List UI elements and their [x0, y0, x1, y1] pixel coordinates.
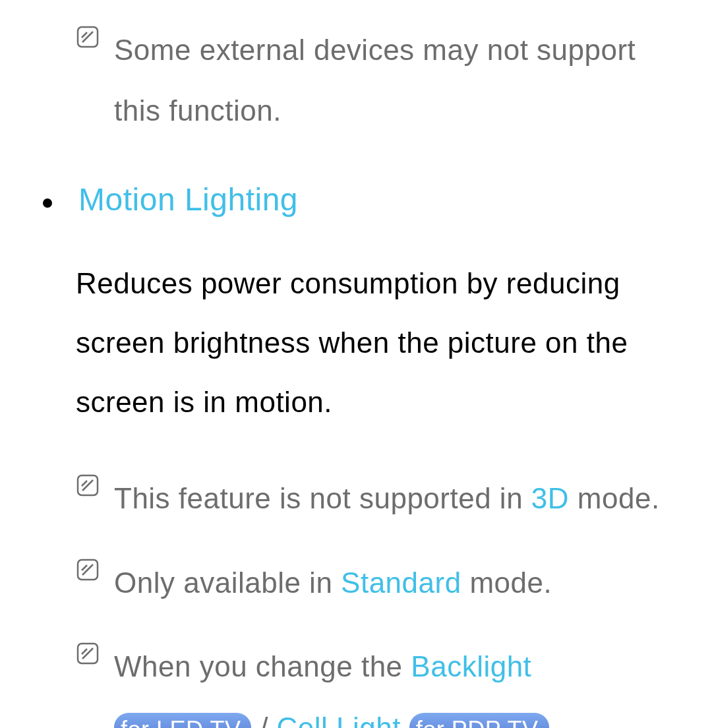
note-icon — [76, 558, 100, 582]
svg-line-2 — [82, 32, 87, 38]
note-icon — [76, 473, 100, 497]
svg-line-1 — [82, 32, 93, 42]
svg-line-7 — [82, 564, 93, 575]
note-row: This feature is not supported in 3D mode… — [76, 468, 672, 529]
highlight-standard: Standard — [341, 566, 461, 599]
highlight-3d: 3D — [531, 482, 569, 514]
note-icon — [76, 25, 100, 49]
trailing-comma: , — [549, 712, 558, 728]
highlight-cell-light: Cell Light — [277, 712, 401, 728]
svg-line-8 — [82, 565, 87, 570]
note-3d-text: This feature is not supported in 3D mode… — [114, 468, 660, 529]
svg-line-11 — [82, 649, 87, 654]
svg-line-10 — [82, 648, 93, 659]
highlight-backlight: Backlight — [411, 650, 531, 682]
badge-pdp-tv: for PDP TV — [409, 713, 549, 728]
badge-led-tv: for LED TV — [114, 713, 251, 728]
separator: / — [251, 712, 276, 728]
section-bullet: Motion Lighting — [43, 181, 672, 218]
svg-line-5 — [82, 481, 87, 486]
text-suffix: mode. — [461, 566, 552, 599]
text-prefix: When you change the — [114, 650, 411, 682]
section-body: Reduces power consumption by reducing sc… — [76, 254, 672, 433]
intro-note-text: Some external devices may not support th… — [114, 20, 672, 142]
note-row: Some external devices may not support th… — [76, 20, 672, 142]
section-title: Motion Lighting — [78, 181, 298, 218]
text-prefix: Only available in — [114, 566, 341, 599]
note-row: When you change the Backlight for LED TV… — [76, 636, 672, 728]
note-row: Only available in Standard mode. — [76, 553, 672, 613]
bullet-icon — [43, 198, 52, 208]
note-icon — [76, 642, 100, 665]
note-standard-text: Only available in Standard mode. — [114, 553, 552, 613]
text-suffix: mode. — [569, 482, 660, 514]
svg-line-4 — [82, 480, 93, 491]
text-prefix: This feature is not supported in — [114, 482, 531, 514]
note-backlight-text: When you change the Backlight for LED TV… — [114, 636, 672, 728]
